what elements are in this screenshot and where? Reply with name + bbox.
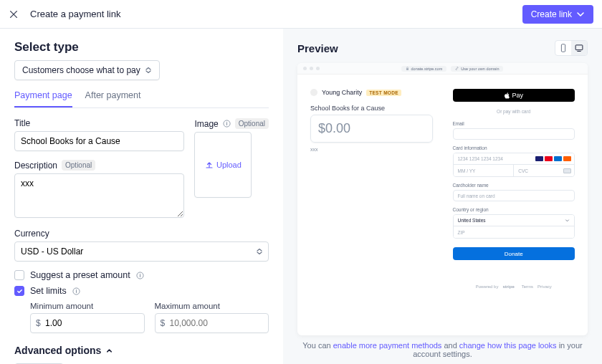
suggest-preset-checkbox[interactable]: [14, 270, 24, 280]
card-number-input[interactable]: 1234 1234 1234 1234: [454, 153, 575, 165]
create-link-button[interactable]: Create link: [522, 5, 593, 24]
privacy-link[interactable]: Privacy: [538, 284, 552, 289]
country-select[interactable]: United States: [454, 215, 575, 226]
avatar: [310, 89, 317, 96]
change-looks-link[interactable]: change how this page looks: [459, 341, 557, 350]
min-amount-label: Minimum amount: [30, 302, 93, 310]
donate-button[interactable]: Donate: [453, 247, 575, 260]
product-description: xxx: [310, 147, 433, 152]
address-bar: donate.stripe.com: [401, 66, 447, 72]
link-icon: [455, 67, 459, 70]
info-icon: [136, 272, 144, 279]
upload-label: Upload: [216, 161, 242, 169]
enable-methods-link[interactable]: enable more payment methods: [333, 341, 442, 350]
select-type-value: Customers choose what to pay: [22, 65, 140, 75]
set-limits-checkbox[interactable]: [14, 286, 24, 296]
divider-text: Or pay with card: [453, 109, 575, 114]
max-amount-label: Maximum amount: [155, 302, 220, 310]
chevron-updown-icon: [145, 67, 152, 74]
preview-heading: Preview: [297, 42, 338, 54]
upload-icon: [205, 161, 214, 169]
device-desktop[interactable]: [571, 41, 587, 55]
currency-symbol: $: [36, 318, 41, 328]
currency-symbol: $: [161, 318, 166, 328]
select-type-heading: Select type: [14, 40, 269, 54]
max-amount-input[interactable]: [155, 313, 269, 333]
optional-badge: Optional: [235, 118, 269, 129]
browser-chrome: donate.stripe.com Use your own domain: [297, 63, 588, 75]
card-cvc-input[interactable]: CVC: [514, 165, 574, 176]
country-label: Country or region: [453, 207, 575, 212]
amount-value: $0.00: [318, 121, 425, 136]
select-type-dropdown[interactable]: Customers choose what to pay: [14, 60, 160, 80]
title-label: Title: [14, 118, 30, 128]
currency-select[interactable]: USD - US Dollar: [14, 241, 269, 262]
tab-after-payment[interactable]: After payment: [85, 90, 141, 107]
suggest-preset-label: Suggest a preset amount: [30, 270, 130, 280]
description-label: Description: [14, 161, 57, 171]
email-input[interactable]: [453, 128, 575, 140]
svg-rect-7: [406, 68, 408, 70]
chevron-down-icon: [576, 10, 585, 19]
device-mobile[interactable]: [555, 41, 571, 55]
optional-badge: Optional: [62, 160, 95, 171]
product-title: School Books for a Cause: [310, 105, 433, 112]
create-link-label: Create link: [531, 9, 572, 19]
card-label: Card information: [453, 145, 575, 150]
zip-input[interactable]: ZIP: [454, 226, 575, 238]
close-icon[interactable]: [9, 9, 19, 19]
phone-icon: [559, 44, 568, 52]
card-brand-icons: [535, 156, 571, 161]
page-title: Create a payment link: [30, 9, 120, 19]
title-input[interactable]: [14, 131, 184, 151]
description-input[interactable]: xxx: [14, 173, 184, 218]
monitor-icon: [575, 44, 583, 52]
device-toggle: [555, 40, 588, 56]
amount-input[interactable]: $0.00: [310, 115, 433, 143]
image-upload[interactable]: Upload: [194, 132, 252, 198]
advanced-options-toggle[interactable]: Advanced options: [14, 345, 269, 356]
apple-icon: [504, 92, 510, 99]
image-label: Image: [194, 119, 218, 129]
test-mode-badge: TEST MODE: [366, 90, 401, 96]
preview-browser: donate.stripe.com Use your own domain Yo…: [297, 63, 588, 335]
email-label: Email: [453, 121, 575, 126]
info-icon: [72, 287, 80, 295]
cardholder-input[interactable]: Full name on card: [453, 190, 575, 201]
apple-pay-button[interactable]: Pay: [453, 89, 575, 102]
set-limits-label: Set limits: [30, 286, 67, 296]
svg-rect-5: [561, 44, 565, 52]
currency-label: Currency: [14, 229, 49, 239]
min-amount-input[interactable]: [30, 313, 145, 333]
terms-link[interactable]: Terms: [522, 284, 533, 289]
lock-icon: [406, 67, 409, 70]
svg-rect-6: [575, 45, 583, 50]
chevron-up-icon: [105, 347, 113, 355]
cardholder-label: Cardholder name: [453, 183, 575, 188]
own-domain-link[interactable]: Use your own domain: [451, 66, 503, 72]
tab-payment-page[interactable]: Payment page: [14, 90, 72, 107]
merchant-brand: Young Charity TEST MODE: [310, 89, 433, 96]
preview-hint: You can enable more payment methods and …: [297, 341, 588, 358]
chevron-down-icon: [565, 218, 570, 223]
advanced-heading: Advanced options: [14, 345, 101, 356]
checkout-footer: Powered by stripe TermsPrivacy: [453, 284, 575, 289]
info-icon: [223, 120, 231, 128]
card-expiry-input[interactable]: MM / YY: [454, 165, 515, 176]
